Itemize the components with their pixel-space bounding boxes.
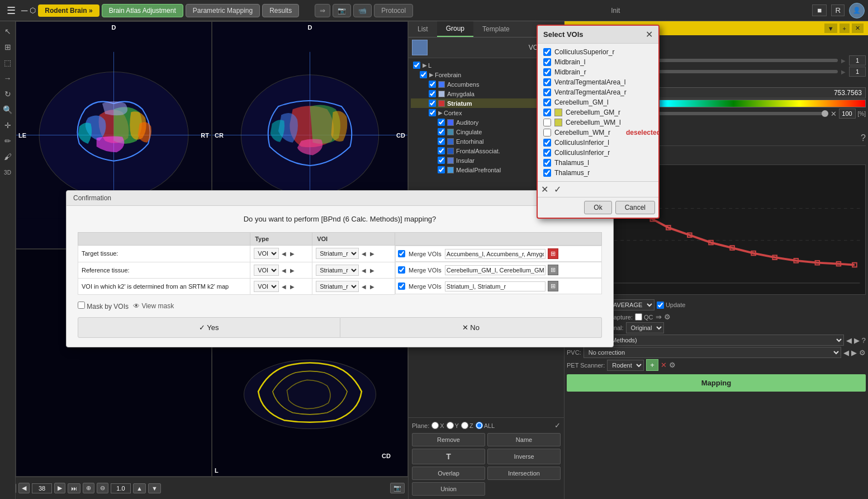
- ref-type-select[interactable]: VOI: [254, 265, 279, 276]
- protocol-button[interactable]: Protocol: [374, 4, 413, 17]
- checkbox-amygdala[interactable]: [429, 90, 436, 97]
- restore-button[interactable]: ⬡: [30, 6, 36, 15]
- 3d-toggle[interactable]: 3D: [1, 166, 15, 179]
- plane-check-btn[interactable]: ✓: [554, 421, 561, 430]
- ref-voi-right[interactable]: ▶: [369, 267, 376, 274]
- expand-L[interactable]: ▶: [423, 62, 427, 68]
- cb-ColliculusInferior_r[interactable]: [543, 149, 551, 157]
- mask-by-vois-cb[interactable]: [78, 302, 85, 309]
- checkbox-L[interactable]: [413, 62, 420, 69]
- black-btn[interactable]: ■: [812, 4, 827, 16]
- crosshair-tool[interactable]: ✛: [1, 119, 15, 132]
- k2-type-left[interactable]: ◀: [281, 284, 287, 290]
- qc-checkbox-label[interactable]: QC: [635, 313, 653, 321]
- user-button[interactable]: 👤: [849, 3, 865, 18]
- ref-type-left[interactable]: ◀: [281, 267, 287, 274]
- vois-add-btn[interactable]: +: [839, 23, 850, 33]
- qc-checkbox[interactable]: [635, 313, 642, 321]
- union-btn[interactable]: Union: [412, 482, 485, 496]
- pet-scanner-settings-btn[interactable]: ⚙: [669, 361, 676, 369]
- target-merge-input[interactable]: [445, 249, 546, 259]
- plane-x[interactable]: X: [431, 422, 444, 429]
- ref-type-right[interactable]: ▶: [289, 267, 296, 274]
- opacity-val[interactable]: [839, 109, 856, 119]
- method-right-btn[interactable]: ▶: [854, 336, 860, 345]
- fill-btn[interactable]: T: [412, 449, 485, 464]
- inverse-btn[interactable]: Inverse: [487, 449, 561, 464]
- modal-voi-Cerebellum_GM_l[interactable]: Cerebellum_GM_l: [541, 97, 655, 107]
- k2-merge-icon-btn[interactable]: ⊞: [548, 281, 558, 291]
- modal-ok-btn[interactable]: Ok: [584, 201, 611, 214]
- ref-voi-select[interactable]: Striatum_r: [316, 265, 359, 276]
- opacity-x[interactable]: ✕: [831, 110, 837, 118]
- cb-Midbrain_r[interactable]: [543, 68, 551, 76]
- pvc-right-btn[interactable]: ▶: [851, 349, 857, 357]
- modal-uncheck-btn[interactable]: ✕: [541, 184, 548, 195]
- plane-all[interactable]: ALL: [476, 422, 495, 429]
- target-voi-select[interactable]: Striatum_r: [316, 248, 359, 259]
- rotate-tool[interactable]: ↻: [1, 87, 15, 101]
- view-mask-btn[interactable]: 👁 View mask: [133, 302, 174, 310]
- vois-x-btn[interactable]: ✕: [852, 23, 864, 33]
- k2-voi-left[interactable]: ◀: [361, 284, 367, 290]
- tab-brain-atlas[interactable]: Brain Atlas Adjustment: [102, 4, 183, 17]
- expand-forebrain[interactable]: ▶: [429, 72, 434, 78]
- cb-VentralTegmentalArea_r[interactable]: [543, 88, 551, 96]
- modal-check-all-btn[interactable]: ✓: [554, 184, 561, 195]
- mask-by-vois-label[interactable]: Mask by VOIs: [78, 302, 129, 310]
- cb-ColliculusSuperior_r[interactable]: [543, 48, 551, 56]
- frame-input[interactable]: [32, 483, 52, 493]
- zoom-in-btn[interactable]: ⊕: [83, 483, 94, 493]
- voi-tac-select[interactable]: AVERAGE: [608, 299, 654, 310]
- overlap-btn[interactable]: Overlap: [412, 467, 485, 480]
- update-checkbox[interactable]: [657, 302, 664, 309]
- modal-voi-ColliculusInferior_r[interactable]: ColliculusInferior_r: [541, 148, 655, 158]
- method-left-btn[interactable]: ◀: [846, 336, 852, 345]
- target-type-left[interactable]: ◀: [281, 251, 287, 257]
- expand-cortex[interactable]: ▶: [438, 110, 443, 116]
- tab-list[interactable]: List: [409, 21, 437, 37]
- pet-scanner-select[interactable]: Rodent: [607, 360, 644, 371]
- pet-scanner-add-btn[interactable]: +: [646, 359, 658, 371]
- prev-frame-btn[interactable]: ◀: [18, 483, 30, 493]
- k2-voi-select[interactable]: Striatum_r: [316, 281, 359, 292]
- target-voi-right[interactable]: ▶: [369, 251, 376, 257]
- cb-VentralTegmentalArea_l[interactable]: [543, 78, 551, 86]
- tab-group[interactable]: Group: [437, 21, 473, 37]
- modal-cancel-btn[interactable]: Cancel: [615, 201, 655, 214]
- minimize-button[interactable]: ─: [21, 6, 27, 16]
- paint-tool[interactable]: 🖌: [1, 150, 15, 163]
- name-btn[interactable]: Name: [487, 433, 561, 446]
- tab-template[interactable]: Template: [473, 21, 519, 37]
- select-tool[interactable]: ⬚: [1, 56, 15, 69]
- zoom-tool[interactable]: 🔍: [1, 103, 15, 116]
- checkbox-auditory[interactable]: [438, 119, 445, 126]
- pvc-settings-btn[interactable]: ⚙: [859, 349, 866, 357]
- slider1-val[interactable]: [849, 55, 866, 65]
- zoom-input[interactable]: [111, 483, 131, 493]
- pet-scanner-del-btn[interactable]: ✕: [661, 361, 667, 369]
- cb-Thalamus_l[interactable]: [543, 159, 551, 167]
- mapping-btn[interactable]: Mapping: [567, 374, 866, 392]
- k2-merge-cb[interactable]: [398, 283, 405, 290]
- functional-select[interactable]: Original: [626, 322, 664, 333]
- target-merge-icon-btn[interactable]: ⊞: [548, 248, 558, 259]
- draw-tool[interactable]: ✏: [1, 134, 15, 148]
- modal-voi-Cerebellum_GM_r[interactable]: Cerebellum_GM_r: [541, 107, 655, 117]
- last-frame-btn[interactable]: ⏭: [68, 483, 80, 493]
- modal-voi-Cerebellum_WM_l[interactable]: Cerebellum_WM_l: [541, 117, 655, 128]
- checkbox-medialprefrontal[interactable]: [438, 166, 445, 173]
- confirm-no-btn[interactable]: ✕ No: [340, 317, 603, 338]
- checkbox-accumbens[interactable]: [429, 81, 436, 88]
- arrow-tool[interactable]: →: [1, 72, 15, 85]
- plane-z[interactable]: Z: [461, 422, 473, 429]
- cb-Cerebellum_WM_r[interactable]: [543, 129, 551, 136]
- slider2-val[interactable]: [849, 67, 866, 77]
- up-btn[interactable]: ▲: [133, 483, 146, 493]
- help-icon[interactable]: ?: [861, 133, 866, 143]
- ref-voi-left[interactable]: ◀: [361, 267, 367, 274]
- tab-parametric-mapping[interactable]: Parametric Mapping: [186, 4, 260, 17]
- ref-merge-cb[interactable]: [398, 266, 405, 274]
- next-frame-btn[interactable]: ▶: [54, 483, 65, 493]
- modal-close-btn[interactable]: ✕: [646, 29, 653, 40]
